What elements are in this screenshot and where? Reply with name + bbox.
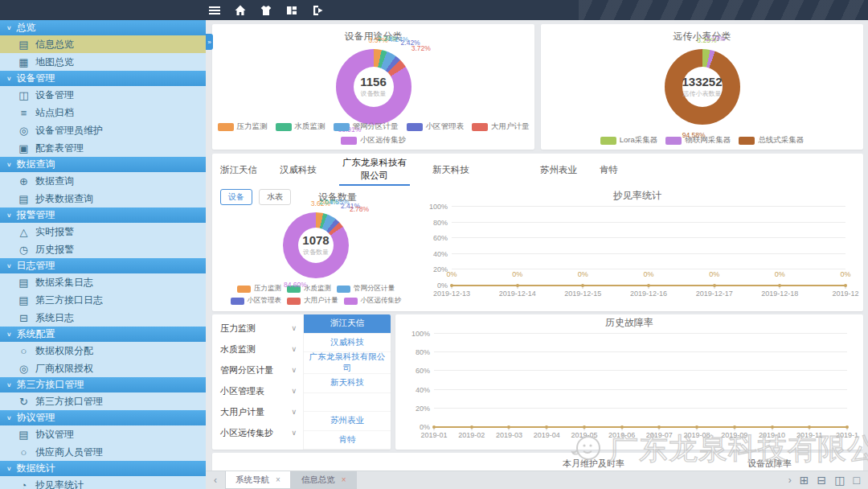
vendor-tab[interactable]: 广东龙泉科技有限公司	[339, 157, 410, 185]
legend-item[interactable]: 小区管理表	[407, 121, 465, 132]
legend-item[interactable]: 管网分区计量	[334, 121, 399, 132]
vendor-tab[interactable]: 肯特	[600, 164, 618, 179]
device-fault-rate-title: 设备故障率	[747, 458, 792, 470]
category-dropdown-label: 压力监测	[220, 323, 256, 335]
tabs-scroll-right-icon[interactable]: ›	[780, 471, 800, 489]
sidebar-item[interactable]: ○数据权限分配	[0, 342, 206, 360]
layout-switcher: ⊞⊟◫□	[800, 471, 868, 489]
sidebar-item[interactable]: ↻第三方接口管理	[0, 392, 206, 410]
legend-item[interactable]: 水质监测	[276, 121, 326, 132]
sidebar-section-header[interactable]: ∨报警管理	[0, 208, 206, 223]
vendor-device-donut[interactable]: 1078设备数量3.62%2.04%4.55%2.41%2.78%84.60%	[220, 208, 411, 282]
category-dropdown[interactable]: 小区管理表∨	[212, 380, 303, 401]
donut-center-label: 远传小表数量	[683, 89, 722, 98]
sidebar-item[interactable]: ⊕数据查询	[0, 172, 206, 190]
sidebar-item[interactable]: ▤协议管理	[0, 425, 206, 443]
vendor-list-item[interactable]: 苏州表业	[304, 412, 391, 431]
sidebar-item[interactable]: ○供应商人员管理	[0, 443, 206, 461]
remote-meter-donut[interactable]: 133252远传小表数量3.25%2.17%94.58%	[541, 45, 863, 129]
legend-item[interactable]: 物联网采集器	[665, 135, 731, 146]
legend-item[interactable]: 总线式采集器	[739, 135, 804, 146]
sidebar-item[interactable]: ◎厂商权限授权	[0, 360, 206, 377]
sidebar-section-header[interactable]: ∨总览	[0, 20, 206, 35]
sidebar-section-header[interactable]: ∨设备管理	[0, 71, 206, 86]
vendor-list-item[interactable]: 新天科技	[304, 374, 391, 393]
vsplit-layout-icon[interactable]: ◫	[834, 475, 845, 486]
sidebar-item[interactable]: ◷历史报警	[0, 240, 206, 258]
legend-item[interactable]: 大用户计量	[472, 121, 530, 132]
theme-icon[interactable]	[259, 3, 273, 18]
legend-item[interactable]: 小区远传集抄	[344, 296, 402, 306]
category-dropdown[interactable]: 小区远传集抄∨	[212, 422, 303, 443]
sidebar-item[interactable]: ▤数据采集日志	[0, 273, 206, 291]
vendor-tab[interactable]: 汉威科技	[280, 164, 317, 179]
sidebar-item[interactable]: ◔抄见率统计	[0, 476, 206, 489]
sidebar-item[interactable]: ⊟系统日志	[0, 309, 206, 327]
category-dropdown[interactable]: 水质监测∨	[212, 339, 303, 360]
sidebar-item[interactable]: ▣配套表管理	[0, 139, 206, 157]
legend-item[interactable]: 大用户计量	[287, 296, 338, 306]
sidebar-section-label: 协议管理	[17, 411, 55, 425]
hsplit-layout-icon[interactable]: ⊟	[817, 475, 827, 486]
chevron-down-icon: ∨	[291, 429, 297, 437]
sidebar-item[interactable]: △实时报警	[0, 223, 206, 240]
sidebar-section-header[interactable]: ∨协议管理	[0, 410, 206, 425]
toggle-water-button[interactable]: 水表	[259, 189, 291, 205]
sidebar-collapse-button[interactable]: »	[206, 34, 213, 50]
sidebar-item[interactable]: ▤抄表数据查询	[0, 190, 206, 208]
category-dropdown[interactable]: 大用户计量∨	[212, 401, 303, 422]
legend-item[interactable]: 小区远传集抄	[341, 135, 406, 146]
sidebar-section-header[interactable]: ∨数据查询	[0, 157, 206, 172]
sidebar-item[interactable]: ▤信息总览	[0, 35, 206, 53]
single-layout-icon[interactable]: □	[854, 475, 860, 486]
legend-item[interactable]: 压力监测	[237, 284, 281, 294]
category-dropdown[interactable]: 压力监测∨	[212, 318, 303, 339]
tabs-scroll-left-icon[interactable]: ‹	[206, 471, 225, 489]
y-axis-tick-label: 0%	[420, 423, 430, 431]
sidebar-item[interactable]: ▦地图总览	[0, 53, 206, 71]
device-admin-icon: ◎	[18, 125, 30, 136]
vendor-tab[interactable]: 苏州表业	[540, 164, 577, 179]
legend-item[interactable]: Lora采集器	[600, 135, 658, 146]
open-tab[interactable]: 信息总览×	[291, 471, 357, 489]
vendor-list-item[interactable]: 肯特	[304, 431, 391, 450]
sidebar-item[interactable]: ◫设备管理	[0, 86, 206, 104]
layout-icon[interactable]	[285, 3, 299, 18]
open-tab[interactable]: 系统导航×	[225, 471, 291, 489]
sidebar-item[interactable]: ◎设备管理员维护	[0, 121, 206, 139]
sidebar-item[interactable]: ▤第三方接口日志	[0, 291, 206, 309]
thirdparty-api-icon: ↻	[18, 397, 30, 407]
y-axis-tick-label: 60%	[416, 367, 430, 375]
grid-layout-icon[interactable]: ⊞	[800, 475, 809, 486]
category-dropdown[interactable]: 管网分区计量∨	[212, 360, 303, 380]
gridline	[452, 237, 845, 238]
legend-item[interactable]: 小区管理表	[231, 296, 282, 306]
vendor-list-item-empty	[304, 393, 391, 413]
legend-item[interactable]: 管网分区计量	[337, 284, 395, 294]
sidebar-section-header[interactable]: ∨数据统计	[0, 461, 206, 476]
device-usage-donut[interactable]: 1156设备数量3.37%2.34%4.24%2.42%3.72%83.91%	[212, 45, 534, 129]
sidebar-section-header[interactable]: ∨第三方接口管理	[0, 377, 206, 392]
y-axis-tick-label: 100%	[429, 203, 448, 211]
sidebar-item[interactable]: ≡站点归档	[0, 104, 206, 121]
close-icon[interactable]: ×	[276, 475, 280, 484]
vendor-tab[interactable]: 浙江天信	[220, 164, 257, 179]
logout-icon[interactable]	[310, 3, 325, 18]
history-fault-plot: 0%20%40%60%80%100%2019-012019-022019-032…	[434, 334, 847, 427]
sidebar-section-header[interactable]: ∨系统配置	[0, 327, 206, 342]
menu-icon[interactable]	[207, 3, 222, 18]
vendor-list-item[interactable]: 浙江天信	[304, 314, 391, 334]
y-axis-tick-label: 100%	[411, 330, 430, 338]
toggle-device-button[interactable]: 设备	[220, 189, 252, 205]
info-overview-icon: ▤	[18, 39, 30, 50]
data-point-label: 0%	[643, 270, 653, 278]
vendor-tab[interactable]: 新天科技	[432, 164, 469, 179]
legend-item[interactable]: 压力监测	[218, 121, 268, 132]
vendor-list-item[interactable]: 广东龙泉科技有限公司	[304, 352, 391, 374]
x-axis-tick-label: 2019-12-14	[499, 290, 536, 298]
close-icon[interactable]: ×	[342, 475, 346, 484]
sidebar-section-header[interactable]: ∨日志管理	[0, 258, 206, 273]
vendor-list-item[interactable]: 汉威科技	[304, 334, 391, 353]
x-axis-tick-label: 2019-09	[721, 431, 747, 439]
home-icon[interactable]	[233, 3, 248, 18]
